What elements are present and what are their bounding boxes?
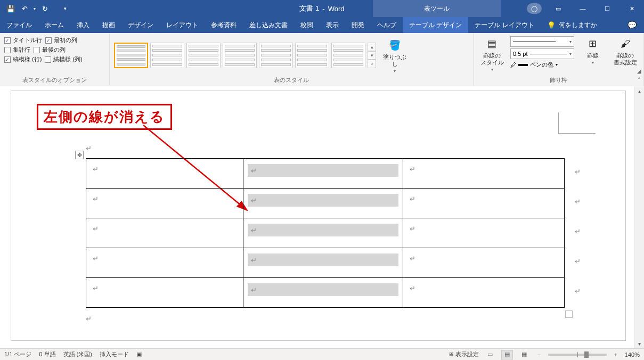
zoom-out-button[interactable]: − — [535, 351, 543, 358]
lightbulb-icon: 💡 — [547, 21, 556, 29]
checkbox-banded-cols[interactable]: 縞模様 (列) — [45, 55, 82, 63]
table-cell[interactable]: ↵ — [403, 248, 565, 278]
group-label: 表スタイルのオプション — [4, 75, 105, 85]
dropdown-icon: ▾ — [394, 69, 396, 73]
tab-view[interactable]: 表示 — [320, 17, 345, 33]
tell-me-search[interactable]: 💡 何をしますか — [541, 17, 604, 33]
maximize-button[interactable]: ☐ — [595, 0, 619, 17]
zoom-in-button[interactable]: + — [612, 351, 619, 358]
user-account-button[interactable]: ◯ — [527, 3, 542, 14]
tab-layout[interactable]: レイアウト — [160, 17, 205, 33]
table-style-thumb[interactable] — [295, 43, 329, 68]
table-style-thumb[interactable] — [223, 43, 257, 68]
table-styles-gallery[interactable]: ▴▾▿ — [114, 43, 376, 68]
pen-color-button[interactable]: 🖊 ペンの色 ▾ — [510, 61, 574, 69]
table-cell[interactable]: ↵ — [243, 218, 403, 248]
status-page[interactable]: 1/1 ページ — [4, 350, 31, 358]
table-style-thumb[interactable] — [114, 43, 148, 68]
pen-icon: 🖊 — [510, 62, 516, 68]
table-cell[interactable]: ↵ — [86, 248, 243, 278]
tab-table-design[interactable]: テーブル デザイン — [403, 17, 468, 33]
app-name: Word — [328, 5, 345, 13]
document-table[interactable]: ↵ ↵ ↵ ↵ ↵ ↵ ↵ ↵ ↵ ↵ ↵ ↵ ↵ ↵ ↵ — [86, 158, 565, 308]
qat-customize[interactable]: ▾ — [59, 2, 71, 15]
table-cell[interactable]: ↵ — [403, 218, 565, 248]
line-style-combo[interactable]: ▾ — [510, 36, 574, 47]
gallery-expand[interactable]: ▴▾▿ — [368, 43, 376, 68]
line-weight-combo[interactable]: 0.5 pt▾ — [510, 48, 574, 59]
checkbox-header-row[interactable]: ✓タイトル行 — [4, 36, 42, 44]
ribbon-display-options[interactable]: ▭ — [546, 0, 570, 17]
view-read-mode[interactable]: ▭ — [484, 350, 496, 359]
scroll-down-button[interactable]: ▾ — [635, 339, 644, 348]
table-style-thumb[interactable] — [150, 43, 184, 68]
document-title: 文書 1 — [299, 4, 319, 13]
zoom-slider[interactable] — [548, 354, 607, 356]
view-print-layout[interactable]: ▤ — [501, 350, 513, 359]
undo-dropdown[interactable]: ▾ — [32, 2, 37, 15]
checkbox-total-row[interactable]: 集計行 — [4, 46, 30, 54]
table-cell[interactable]: ↵ — [86, 218, 243, 248]
scroll-up-button[interactable]: ▴ — [635, 86, 644, 96]
display-settings-button[interactable]: 🖥 表示設定 — [448, 350, 479, 358]
shading-button[interactable]: 🪣 塗りつぶし ▾ — [380, 37, 409, 73]
table-cell[interactable]: ↵ — [86, 189, 243, 218]
tab-references[interactable]: 参考資料 — [205, 17, 243, 33]
tab-insert[interactable]: 挿入 — [70, 17, 96, 33]
table-cell[interactable]: ↵ — [243, 159, 403, 189]
group-label: 表のスタイル — [114, 75, 469, 85]
document-page[interactable]: 左側の線が消える ↵ ✥ ↵ ↵ ↵ ↵ ↵ ↵ ↵ ↵ ↵ — [11, 91, 626, 341]
status-word-count[interactable]: 0 単語 — [39, 350, 55, 358]
redo-button[interactable]: ↻ — [38, 2, 51, 15]
paragraph-mark: ↵ — [86, 144, 92, 152]
undo-button[interactable]: ↶ — [18, 2, 31, 15]
table-cell[interactable]: ↵ — [403, 159, 565, 189]
table-move-handle[interactable]: ✥ — [75, 151, 84, 159]
contextual-tab-title: 表ツール — [373, 0, 501, 17]
tab-home[interactable]: ホーム — [38, 17, 70, 33]
tab-draw[interactable]: 描画 — [96, 17, 121, 33]
vertical-scrollbar[interactable]: ▴ ▾ — [634, 86, 644, 348]
save-button[interactable]: 💾 — [4, 2, 17, 15]
border-painter-button[interactable]: 🖌 罫線の 書式設定 — [611, 35, 639, 66]
table-cell[interactable]: ↵ — [243, 248, 403, 278]
annotation-callout: 左側の線が消える — [37, 104, 172, 130]
borders-button[interactable]: ⊞ 罫線 ▾ — [578, 35, 607, 65]
checkbox-first-column[interactable]: ✓最初の列 — [45, 36, 77, 44]
paint-bucket-icon: 🪣 — [387, 38, 402, 53]
close-button[interactable]: ✕ — [619, 0, 644, 17]
macro-recording-icon[interactable]: ▣ — [136, 351, 142, 358]
tab-developer[interactable]: 開発 — [345, 17, 371, 33]
dialog-launcher[interactable]: ◢ — [637, 68, 641, 74]
border-styles-button[interactable]: ▤ 罫線の スタイル ▾ — [478, 35, 506, 72]
tab-file[interactable]: ファイル — [0, 17, 38, 33]
table-cell[interactable]: ↵ — [86, 159, 243, 189]
checkbox-banded-rows[interactable]: ✓縞模様 (行) — [4, 55, 42, 63]
status-insert-mode[interactable]: 挿入モード — [100, 350, 129, 358]
paragraph-mark: ↵ — [86, 315, 92, 323]
dropdown-icon: ▾ — [491, 67, 493, 72]
tab-table-layout[interactable]: テーブル レイアウト — [468, 17, 540, 33]
minimize-button[interactable]: — — [570, 0, 595, 17]
row-end-mark: ↵ — [575, 287, 581, 295]
table-cell[interactable]: ↵ — [243, 278, 403, 308]
tab-mailings[interactable]: 差し込み文書 — [243, 17, 294, 33]
table-cell[interactable]: ↵ — [403, 278, 565, 308]
zoom-level[interactable]: 140% — [625, 351, 640, 358]
table-cell[interactable]: ↵ — [86, 278, 243, 308]
table-style-thumb[interactable] — [331, 43, 365, 68]
view-web-layout[interactable]: ▦ — [518, 350, 530, 359]
table-style-thumb[interactable] — [259, 43, 293, 68]
table-style-thumb[interactable] — [186, 43, 221, 68]
status-language[interactable]: 英語 (米国) — [63, 350, 92, 358]
tab-design[interactable]: デザイン — [121, 17, 160, 33]
collapse-ribbon-button[interactable]: ˄ — [638, 77, 641, 84]
tab-review[interactable]: 校閲 — [294, 17, 320, 33]
tab-help[interactable]: ヘルプ — [371, 17, 403, 33]
checkbox-last-column[interactable]: 最後の列 — [34, 46, 66, 54]
table-cell[interactable]: ↵ — [243, 189, 403, 218]
table-cell[interactable]: ↵ — [403, 189, 565, 218]
title-bar: 💾 ↶ ▾ ↻ ▾ 文書 1 - Word 表ツール ◯ ▭ — ☐ ✕ — [0, 0, 644, 17]
table-resize-handle[interactable] — [565, 310, 573, 318]
share-button[interactable]: 💬 — [619, 17, 644, 33]
